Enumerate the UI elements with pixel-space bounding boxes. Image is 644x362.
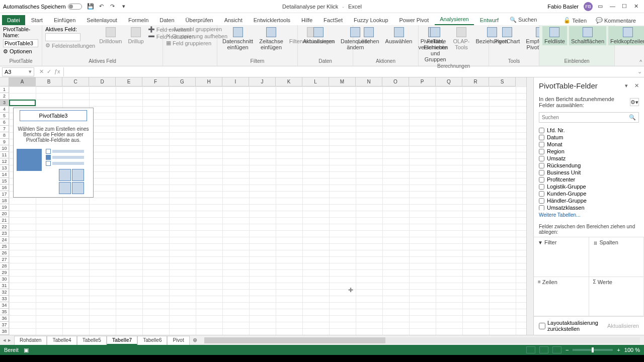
area-rows[interactable]: ≡ Zeilen (534, 277, 589, 317)
tab-search[interactable]: 🔍 Suchen (505, 15, 542, 25)
maximize-icon[interactable]: ☐ (622, 3, 629, 10)
row-header-32[interactable]: 32 (0, 289, 9, 296)
area-values[interactable]: Σ Werte (589, 277, 645, 317)
col-header-E[interactable]: E (116, 77, 142, 86)
expand-formula-icon[interactable]: ⌄ (635, 68, 644, 75)
tab-view[interactable]: Ansicht (219, 15, 248, 25)
field-monat[interactable]: Monat (539, 141, 639, 148)
area-columns[interactable]: ⫼ Spalten (589, 237, 645, 277)
tab-help[interactable]: Hilfe (296, 15, 317, 25)
view-pagebreak-icon[interactable] (552, 346, 561, 353)
tab-factset[interactable]: FactSet (318, 15, 348, 25)
row-header-5[interactable]: 5 (0, 113, 9, 119)
more-tables-link[interactable]: Weitere Tabellen... (534, 210, 644, 220)
col-header-F[interactable]: F (142, 77, 169, 86)
save-icon[interactable]: 💾 (87, 3, 94, 10)
col-header-Q[interactable]: Q (436, 77, 462, 86)
active-field-input[interactable] (45, 33, 80, 41)
row-header-22[interactable]: 22 (0, 224, 9, 230)
close-icon[interactable]: ✕ (634, 3, 641, 10)
undo-icon[interactable]: ↶ (98, 3, 105, 10)
col-header-G[interactable]: G (169, 77, 196, 86)
share-button[interactable]: 🔓 Teilen (560, 16, 590, 25)
col-header-S[interactable]: S (489, 77, 516, 86)
row-header-2[interactable]: 2 (0, 93, 9, 100)
pivotchart[interactable]: PivotChart (492, 26, 522, 45)
gear-icon[interactable]: ⚙▾ (630, 98, 639, 106)
add-sheet-icon[interactable]: ⊕ (190, 337, 200, 343)
zoom-in-icon[interactable]: + (617, 347, 620, 353)
col-header-R[interactable]: R (462, 77, 489, 86)
col-header-H[interactable]: H (196, 77, 222, 86)
row-header-35[interactable]: 35 (0, 309, 9, 315)
tab-data[interactable]: Daten (154, 15, 179, 25)
tab-formulas[interactable]: Formeln (123, 15, 153, 25)
field-hndlergruppe[interactable]: Händler-Gruppe (539, 197, 639, 204)
field-settings[interactable]: ⚙ Feldeinstellungen (45, 42, 95, 49)
pane-dropdown-icon[interactable]: ▾ (625, 82, 628, 88)
select[interactable]: Auswählen (383, 26, 415, 45)
view-normal-icon[interactable] (526, 346, 535, 353)
col-header-P[interactable]: P (409, 77, 436, 86)
insert-timeline[interactable]: Zeitachse einfügen (257, 26, 285, 51)
row-header-7[interactable]: 7 (0, 126, 9, 132)
autosave-toggle[interactable] (68, 4, 82, 10)
row-header-25[interactable]: 25 (0, 243, 9, 250)
tab-start[interactable]: Start (26, 15, 48, 25)
row-header-15[interactable]: 15 (0, 178, 9, 185)
tab-analyze[interactable]: Analysieren (435, 14, 473, 25)
pivot-placeholder[interactable]: PivotTable3 Wählen Sie zum Erstellen ein… (13, 108, 94, 198)
tab-developer[interactable]: Entwicklertools (249, 15, 295, 25)
row-header-11[interactable]: 11 (0, 152, 9, 158)
col-header-D[interactable]: D (89, 77, 116, 86)
row-header-31[interactable]: 31 (0, 283, 9, 289)
redo-icon[interactable]: ↷ (109, 3, 116, 10)
vertical-scrollbar[interactable] (526, 77, 533, 335)
refresh[interactable]: Aktualisieren (301, 26, 337, 45)
tab-fuzzy[interactable]: Fuzzy Lookup (349, 15, 393, 25)
col-header-A[interactable]: A (9, 77, 36, 86)
col-header-J[interactable]: J (249, 77, 276, 86)
search-icon[interactable]: 🔍 (626, 113, 638, 122)
minimize-icon[interactable]: — (610, 3, 617, 10)
row-header-9[interactable]: 9 (0, 139, 9, 145)
col-header-N[interactable]: N (356, 77, 382, 86)
row-header-33[interactable]: 33 (0, 296, 9, 302)
fields-items[interactable]: Felder, Elemente und Gruppen (422, 26, 449, 63)
col-header-M[interactable]: M (329, 77, 356, 86)
defer-layout-checkbox[interactable] (539, 323, 545, 329)
row-header-3[interactable]: 3 (0, 100, 9, 106)
macro-record-icon[interactable]: ▣ (24, 347, 29, 353)
sheet-nav-prev-icon[interactable]: ◂ (3, 337, 6, 343)
row-header-4[interactable]: 4 (0, 106, 9, 113)
row-header-27[interactable]: 27 (0, 256, 9, 263)
row-header-29[interactable]: 29 (0, 269, 9, 276)
sheet-tab-pivot[interactable]: Pivot (167, 336, 189, 345)
zoom-slider[interactable] (573, 349, 613, 351)
formula-input[interactable] (63, 67, 635, 76)
zoom-level[interactable]: 100 % (624, 347, 640, 353)
ribbon-display-icon[interactable]: ▭ (598, 3, 605, 10)
row-header-16[interactable]: 16 (0, 185, 9, 191)
row-header-14[interactable]: 14 (0, 171, 9, 178)
col-header-O[interactable]: O (382, 77, 409, 86)
sheet-nav-next-icon[interactable]: ▸ (8, 337, 11, 343)
zoom-out-icon[interactable]: − (566, 347, 569, 353)
buttons-toggle[interactable]: Schaltflächen (569, 26, 606, 45)
col-header-B[interactable]: B (36, 77, 62, 86)
insert-slicer[interactable]: Datenschnitt einfügen (220, 26, 255, 51)
row-header-23[interactable]: 23 (0, 230, 9, 237)
sheet-tab-tabelle5[interactable]: Tabelle5 (77, 336, 107, 345)
field-search-input[interactable] (539, 113, 626, 122)
row-header-10[interactable]: 10 (0, 145, 9, 152)
row-header-12[interactable]: 12 (0, 158, 9, 165)
field-logistikgruppe[interactable]: Logistik-Gruppe (539, 183, 639, 190)
pane-close-icon[interactable]: ✕ (634, 82, 639, 88)
row-header-28[interactable]: 28 (0, 263, 9, 269)
col-header-C[interactable]: C (62, 77, 89, 86)
name-box[interactable]: A3▾ (2, 67, 34, 76)
col-header-K[interactable]: K (276, 77, 302, 86)
qat-customize-icon[interactable]: ▾ (120, 3, 127, 10)
field-kundengruppe[interactable]: Kunden-Gruppe (539, 190, 639, 197)
fieldlist-toggle[interactable]: Feldliste (542, 26, 567, 45)
